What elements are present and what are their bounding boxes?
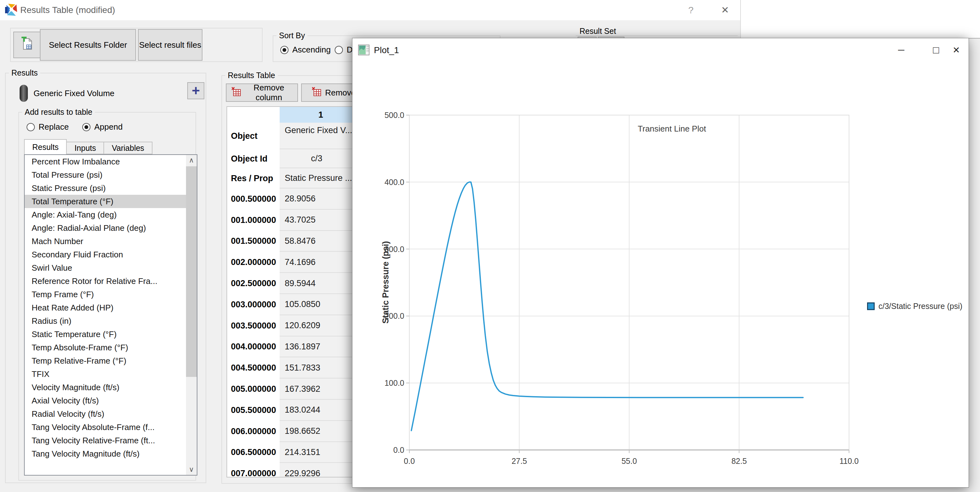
tab[interactable]: Inputs — [67, 142, 104, 154]
cell-value: 89.5944 — [280, 273, 354, 294]
replace-label: Replace — [38, 122, 68, 132]
table-row[interactable]: 006.000000 198.6652 — [227, 421, 354, 442]
list-item[interactable]: Static Pressure (psi) — [25, 181, 186, 195]
list-item[interactable]: Tang Velocity Absolute-Frame (f... — [25, 421, 186, 434]
column-header[interactable]: 1 — [280, 107, 354, 123]
add-object-button[interactable]: + — [187, 82, 204, 99]
list-item[interactable]: Reference Rotor for Relative Fra... — [25, 275, 186, 288]
tab[interactable]: Results — [24, 139, 67, 154]
list-item[interactable]: Total Temperature (°F) — [25, 195, 186, 208]
close-icon[interactable]: ✕ — [946, 42, 967, 58]
list-item[interactable]: Tang Velocity Magnitude (ft/s) — [25, 447, 186, 460]
time-header: 006.000000 — [227, 421, 280, 442]
list-item[interactable]: Swirl Value — [25, 261, 186, 275]
help-button[interactable]: ? — [682, 3, 700, 17]
sort-by-label: Sort By — [277, 31, 307, 40]
ascending-radio[interactable]: Ascending — [280, 45, 331, 55]
list-item[interactable]: Temp Absolute-Frame (°F) — [25, 341, 186, 354]
cell-value: 198.6652 — [280, 421, 354, 442]
table-row[interactable]: Object Id c/3 — [227, 149, 354, 168]
cell-value: 183.0244 — [280, 400, 354, 421]
table-row[interactable]: 006.500000 214.3151 — [227, 442, 354, 463]
time-header: 002.000000 — [227, 252, 280, 273]
minimize-icon[interactable]: ─ — [891, 42, 912, 58]
table-row[interactable]: 001.000000 43.7025 — [227, 209, 354, 231]
replace-radio[interactable]: Replace — [27, 122, 68, 132]
table-row[interactable]: 002.500000 89.5944 — [227, 273, 354, 294]
table-row[interactable]: Res / Prop Static Pressure ... — [227, 168, 354, 189]
list-item[interactable]: Temp Frame (°F) — [25, 288, 186, 301]
table-row[interactable]: 000.500000 28.9056 — [227, 189, 354, 209]
close-icon[interactable]: ✕ — [716, 3, 734, 17]
background-window — [740, 0, 980, 38]
plot-window-title: Plot_1 — [374, 45, 399, 56]
legend[interactable]: c/3/Static Pressure (psi) — [867, 302, 962, 311]
append-radio[interactable]: Append — [82, 122, 123, 132]
table-data-rows: 000.500000 28.9056 001.000000 43.7025 00… — [227, 189, 354, 478]
list-item[interactable]: Axial Velocity (ft/s) — [25, 394, 186, 407]
list-item[interactable]: Angle: Axial-Tang (deg) — [25, 208, 186, 221]
window-title: Results Table (modified) — [20, 5, 115, 15]
time-header: 003.500000 — [227, 315, 280, 336]
maximize-icon[interactable]: □ — [926, 42, 947, 58]
list-item[interactable]: Tang Velocity Relative-Frame (ft... — [25, 434, 186, 447]
radio-icon — [27, 123, 35, 131]
x-tick-label: 0.0 — [404, 457, 415, 465]
table-row[interactable]: 004.000000 136.1897 — [227, 336, 354, 358]
select-result-files-button[interactable]: Select result files — [138, 29, 202, 61]
remove-table-icon — [231, 86, 242, 99]
table-row[interactable]: Object Generic Fixed V... — [227, 123, 354, 149]
list-item[interactable]: Percent Flow Imbalance — [25, 155, 186, 168]
cell-value: 229.9296 — [280, 463, 354, 478]
tab-bar: Results Inputs Variables — [24, 139, 153, 154]
list-item[interactable]: Temp Relative-Frame (°F) — [25, 354, 186, 367]
remove-table-icon — [311, 86, 322, 99]
remove-column-label: Remove column — [245, 83, 293, 102]
results-table: 1 Object Generic Fixed V... Object Id — [226, 106, 354, 478]
list-item[interactable]: Mach Number — [25, 235, 186, 248]
list-item[interactable]: Static Temperature (°F) — [25, 328, 186, 341]
scroll-down-icon[interactable]: ∨ — [186, 464, 197, 475]
plot-window-titlebar[interactable]: Plot_1 ─ □ ✕ — [352, 38, 969, 62]
legend-series-name: c/3/Static Pressure (psi) — [878, 302, 962, 311]
table-row[interactable]: 003.000000 105.0850 — [227, 294, 354, 315]
time-header: 004.000000 — [227, 336, 280, 358]
plot-app-icon — [358, 44, 370, 56]
new-results-button[interactable] — [13, 32, 40, 58]
ascending-label: Ascending — [292, 45, 331, 55]
row-header: Res / Prop — [227, 168, 280, 189]
x-tick-label: 110.0 — [840, 457, 859, 465]
list-item[interactable]: TFIX — [25, 367, 186, 381]
results-group: Results Generic Fixed Volume + Add resul… — [5, 73, 206, 483]
cell-value: 151.7833 — [280, 357, 354, 378]
table-row[interactable]: 002.000000 74.1696 — [227, 252, 354, 273]
select-results-folder-button[interactable]: Select Results Folder — [40, 29, 136, 61]
results-list-items: Percent Flow Imbalance Total Pressure (p… — [25, 155, 197, 460]
cell-value: 120.6209 — [280, 315, 354, 336]
list-item[interactable]: Heat Rate Added (HP) — [25, 301, 186, 314]
table-row[interactable]: 005.500000 183.0244 — [227, 400, 354, 421]
table-row[interactable]: 005.000000 167.3962 — [227, 378, 354, 400]
table-corner-cell — [227, 107, 280, 123]
cell-value: 136.1897 — [280, 336, 354, 358]
scrollbar[interactable]: ∧ ∨ — [186, 155, 197, 475]
table-row[interactable]: 001.500000 58.8476 — [227, 231, 354, 252]
list-item[interactable]: Secondary Fluid Fraction — [25, 248, 186, 261]
cell-value: 105.0850 — [280, 294, 354, 315]
row-header: Object — [227, 123, 280, 149]
list-item[interactable]: Total Pressure (psi) — [25, 168, 186, 181]
list-item[interactable]: Angle: Radial-Axial Plane (deg) — [25, 221, 186, 235]
list-item[interactable]: Radius (in) — [25, 314, 186, 328]
object-name: Generic Fixed Volume — [33, 89, 115, 98]
list-item[interactable]: Radial Velocity (ft/s) — [25, 407, 186, 421]
new-file-icon — [20, 36, 34, 54]
scroll-up-icon[interactable]: ∧ — [186, 155, 197, 166]
scrollbar-thumb[interactable] — [186, 166, 197, 377]
results-window-titlebar[interactable]: Results Table (modified) ? ✕ — [0, 0, 740, 20]
table-row[interactable]: 007.000000 229.9296 — [227, 463, 354, 478]
table-row[interactable]: 004.500000 151.7833 — [227, 357, 354, 378]
remove-column-button[interactable]: Remove column — [226, 84, 298, 102]
tab[interactable]: Variables — [104, 142, 152, 154]
table-row[interactable]: 003.500000 120.6209 — [227, 315, 354, 336]
list-item[interactable]: Velocity Magnitude (ft/s) — [25, 381, 186, 394]
